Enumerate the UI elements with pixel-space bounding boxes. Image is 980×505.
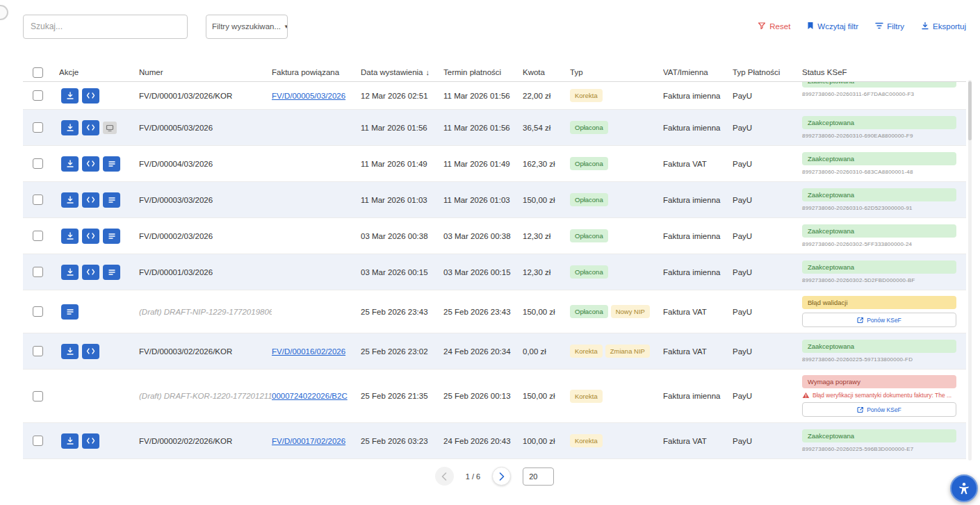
prev-page-button[interactable] [435, 467, 454, 486]
col-header-numer[interactable]: Numer [139, 68, 272, 76]
row-checkbox[interactable] [33, 122, 43, 133]
col-header-kwota[interactable]: Kwota [523, 68, 570, 76]
xml-code-button[interactable] [82, 344, 99, 359]
ksef-status-badge: Zaakceptowana [802, 429, 956, 442]
amount: 0,00 zł [523, 347, 570, 356]
issue-date: 12 Mar 2026 02:51 [361, 92, 443, 100]
col-header-vat-imienna[interactable]: VAT/Imienna [663, 68, 733, 76]
table-scrollbar-track [968, 80, 972, 461]
issue-date: 03 Mar 2026 00:38 [361, 232, 443, 240]
download-button[interactable] [61, 229, 79, 244]
xml-code-button[interactable] [82, 88, 99, 104]
col-header-typ[interactable]: Typ [570, 68, 663, 76]
row-checkbox[interactable] [33, 90, 43, 101]
download-button[interactable] [61, 433, 79, 449]
xml-code-button[interactable] [82, 229, 99, 244]
row-checkbox[interactable] [33, 194, 43, 205]
due-date: 11 Mar 2026 01:56 [443, 124, 523, 132]
type-badges: Opłacona [570, 193, 663, 206]
xml-code-button[interactable] [82, 192, 99, 208]
ksef-status-badge: Zaakceptowana [802, 188, 956, 201]
edit-note-button[interactable] [103, 229, 120, 244]
table-body: FV/D/00001/03/2026/KORFV/D/00005/03/2026… [23, 82, 966, 459]
next-page-button[interactable] [492, 467, 511, 486]
chevron-down-icon: ▼ [284, 24, 288, 30]
table-scrollbar-thumb[interactable] [968, 81, 972, 140]
vat-type: Faktura imienna [663, 196, 733, 204]
xml-code-button[interactable] [82, 265, 99, 280]
related-invoice-link[interactable]: FV/D/00017/02/2026 [272, 437, 345, 445]
row-checkbox-cell [23, 436, 59, 446]
col-header-typ-platnosci[interactable]: Typ Płatności [733, 68, 802, 76]
download-button[interactable] [61, 120, 79, 135]
retry-ksef-button[interactable]: Ponów KSeF [802, 402, 956, 417]
related-invoice-link[interactable]: FV/D/00016/02/2026 [272, 347, 345, 356]
col-header-termin-platnosci[interactable]: Termin płatności [443, 68, 523, 76]
issue-date: 25 Feb 2026 21:35 [361, 392, 443, 400]
related-invoice-link[interactable]: FV/D/00005/03/2026 [272, 92, 345, 100]
select-all-checkbox[interactable] [33, 67, 43, 78]
row-checkbox[interactable] [33, 391, 43, 401]
type-badge: Korekta [570, 390, 603, 403]
row-checkbox-cell [23, 158, 59, 169]
export-button[interactable]: Eksportuj [921, 22, 966, 31]
col-header-status-ksef[interactable]: Status KSeF [802, 68, 966, 76]
ksef-status-badge: Zaakceptowana [802, 152, 956, 165]
row-checkbox[interactable] [33, 267, 43, 277]
load-filter-button[interactable]: Wczytaj filtr [807, 22, 858, 31]
filter-lines-icon [875, 22, 883, 31]
reset-filter-icon [758, 22, 766, 31]
saved-filters-dropdown[interactable]: Filtry wyszukiwan... ▼ [206, 15, 288, 39]
related-invoice-link[interactable]: 0000724022026/B2C [272, 392, 348, 400]
row-checkbox[interactable] [33, 231, 43, 241]
saved-filters-dropdown-value: Filtry wyszukiwan... [212, 22, 281, 31]
accessibility-widget-button[interactable] [950, 474, 978, 502]
filters-button[interactable]: Filtry [875, 22, 904, 31]
col-header-faktura-powiazana[interactable]: Faktura powiązana [272, 68, 361, 76]
col-header-akcje: Akcje [59, 68, 139, 76]
ksef-status-cell: Zaakceptowana8992738060-20260310-683CA88… [802, 147, 966, 181]
edit-note-button[interactable] [61, 304, 79, 320]
edit-note-button[interactable] [103, 265, 120, 280]
row-checkbox[interactable] [33, 436, 43, 446]
download-button[interactable] [61, 344, 79, 359]
issue-date: 25 Feb 2026 03:23 [361, 437, 443, 445]
ksef-status-cell: Zaakceptowana8992738060-20260302-5FF3338… [802, 219, 966, 253]
download-button[interactable] [61, 192, 79, 208]
download-button[interactable] [61, 265, 79, 280]
type-badges: OpłaconaNowy NIP [570, 305, 663, 318]
edit-note-button[interactable] [103, 156, 120, 172]
row-actions [59, 304, 139, 320]
invoice-number: FV/D/00004/03/2026 [139, 160, 272, 168]
xml-code-button[interactable] [82, 120, 99, 135]
page-size-input[interactable] [523, 467, 554, 486]
type-badge: Opłacona [570, 157, 608, 170]
xml-code-button[interactable] [82, 156, 99, 172]
collapsed-widget-handle[interactable] [0, 5, 8, 20]
download-button[interactable] [61, 88, 79, 104]
col-header-data-wystawienia[interactable]: Data wystawienia↓ [361, 68, 443, 76]
ksef-number: 8992738060-20260302-5FF333800000-24 [802, 241, 956, 247]
row-checkbox[interactable] [33, 346, 43, 356]
download-button[interactable] [61, 156, 79, 172]
retry-ksef-button[interactable]: Ponów KSeF [802, 313, 956, 327]
amount: 22,00 zł [523, 92, 570, 100]
type-badges: Opłacona [570, 265, 663, 279]
amount: 12,30 zł [523, 232, 570, 240]
row-checkbox-cell [23, 306, 59, 317]
search-input[interactable] [23, 15, 188, 39]
preview-button[interactable] [103, 122, 117, 134]
type-badge: Korekta [570, 345, 603, 358]
due-date: 11 Mar 2026 01:56 [443, 92, 523, 100]
row-checkbox[interactable] [33, 306, 43, 317]
reset-button[interactable]: Reset [758, 22, 790, 31]
amount: 162,30 zł [523, 160, 570, 168]
due-date: 11 Mar 2026 01:49 [443, 160, 523, 168]
type-badge: Opłacona [570, 229, 608, 242]
row-checkbox[interactable] [33, 158, 43, 169]
edit-note-button[interactable] [103, 192, 120, 208]
xml-code-button[interactable] [82, 433, 99, 449]
related-invoice-cell: FV/D/00016/02/2026 [272, 347, 361, 356]
type-badges: Korekta [570, 89, 663, 102]
payment-type: PayU [733, 268, 802, 276]
